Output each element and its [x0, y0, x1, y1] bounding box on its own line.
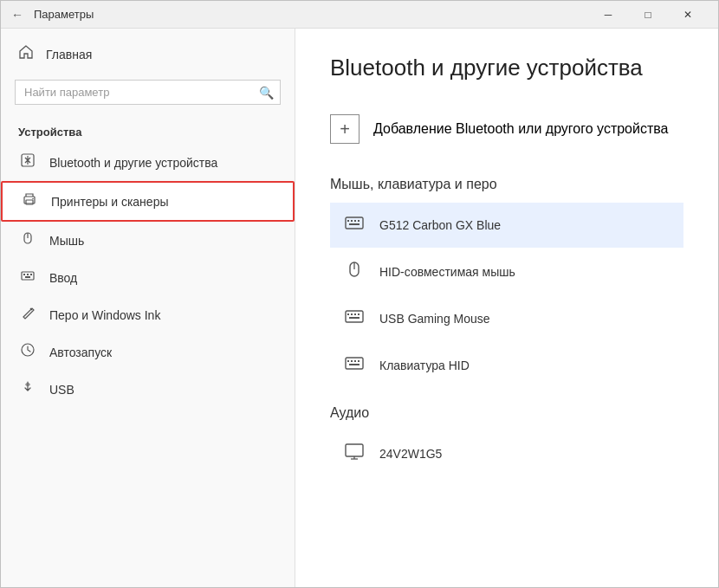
svg-rect-8 — [27, 274, 29, 275]
autorun-icon — [18, 342, 37, 362]
titlebar: ← Параметры ─ □ ✕ — [1, 1, 718, 29]
svg-rect-17 — [358, 220, 360, 222]
add-device-button[interactable]: + Добавление Bluetooth или другого устро… — [330, 106, 683, 152]
mouse-keyboard-section-heading: Мышь, клавиатура и перо — [330, 177, 683, 192]
keyboard-icon — [18, 268, 37, 288]
svg-rect-13 — [346, 217, 363, 229]
page-title: Bluetooth и другие устройства — [330, 55, 683, 81]
device-name-hid-mouse: HID-совместимая мышь — [379, 265, 515, 279]
keyboard-device-icon-2 — [343, 306, 366, 332]
svg-rect-9 — [30, 274, 32, 275]
sidebar-item-bluetooth[interactable]: Bluetooth и другие устройства — [1, 144, 295, 181]
sidebar-item-mouse-label: Мышь — [49, 234, 84, 248]
device-name-monitor: 24V2W1G5 — [379, 447, 442, 461]
search-box: 🔍 — [15, 80, 281, 105]
maximize-button[interactable]: □ — [628, 1, 668, 29]
device-name-usb-mouse: USB Gaming Mouse — [379, 312, 490, 326]
mouse-device-icon — [343, 259, 366, 285]
content-area: Главная 🔍 Устройства Bluetooth и другие … — [1, 29, 718, 587]
svg-rect-28 — [347, 360, 349, 362]
svg-rect-29 — [351, 360, 353, 362]
svg-rect-18 — [349, 223, 360, 225]
svg-rect-10 — [25, 276, 30, 278]
settings-window: ← Параметры ─ □ ✕ Главная 🔍 Устройст — [0, 0, 719, 588]
svg-rect-23 — [351, 313, 353, 315]
add-icon: + — [330, 114, 360, 144]
svg-rect-15 — [351, 220, 353, 222]
device-name-hid-keyboard: Клавиатура HID — [379, 359, 470, 372]
window-controls: ─ □ ✕ — [588, 1, 708, 29]
sidebar-item-usb[interactable]: USB — [1, 371, 295, 408]
pen-icon — [18, 305, 37, 325]
sidebar-item-pen-label: Перо и Windows Ink — [49, 308, 160, 322]
close-button[interactable]: ✕ — [668, 1, 708, 29]
svg-rect-14 — [347, 220, 349, 222]
minimize-button[interactable]: ─ — [588, 1, 628, 29]
main-content: Bluetooth и другие устройства + Добавлен… — [295, 29, 718, 587]
sidebar-item-autorun-label: Автозапуск — [49, 346, 112, 359]
search-icon: 🔍 — [259, 86, 274, 100]
devices-section-label: Устройства — [1, 119, 295, 144]
keyboard-device-icon-3 — [343, 352, 366, 378]
add-device-label: Добавление Bluetooth или другого устройс… — [373, 121, 669, 137]
mouse-icon — [18, 230, 37, 250]
svg-rect-27 — [346, 358, 363, 369]
svg-rect-16 — [354, 220, 356, 222]
sidebar-item-usb-label: USB — [49, 383, 74, 397]
sidebar-item-pen[interactable]: Перо и Windows Ink — [1, 296, 295, 333]
sidebar-item-input[interactable]: Ввод — [1, 259, 295, 296]
sidebar: Главная 🔍 Устройства Bluetooth и другие … — [1, 29, 295, 587]
svg-rect-26 — [349, 317, 360, 319]
search-input[interactable] — [15, 80, 281, 105]
sidebar-item-input-label: Ввод — [49, 271, 77, 285]
svg-rect-24 — [354, 313, 356, 315]
svg-rect-30 — [354, 360, 356, 362]
keyboard-device-icon — [343, 212, 366, 238]
device-item-monitor[interactable]: 24V2W1G5 — [330, 431, 683, 476]
printer-icon — [20, 191, 39, 211]
sidebar-item-printers[interactable]: Принтеры и сканеры — [1, 181, 295, 222]
monitor-icon — [343, 441, 366, 467]
svg-rect-33 — [346, 444, 363, 456]
svg-rect-32 — [349, 364, 360, 365]
svg-rect-7 — [23, 274, 25, 275]
sidebar-item-mouse[interactable]: Мышь — [1, 222, 295, 259]
usb-icon — [18, 379, 37, 399]
sidebar-home[interactable]: Главная — [1, 29, 295, 80]
device-item-usb-mouse[interactable]: USB Gaming Mouse — [330, 296, 683, 341]
sidebar-item-autorun[interactable]: Автозапуск — [1, 333, 295, 371]
svg-point-3 — [32, 198, 34, 200]
device-item-g512[interactable]: G512 Carbon GX Blue — [330, 203, 683, 248]
audio-section-heading: Аудио — [330, 405, 683, 421]
svg-rect-25 — [358, 313, 360, 315]
sidebar-item-printers-label: Принтеры и сканеры — [51, 195, 168, 209]
back-button[interactable]: ← — [11, 8, 23, 22]
window-title: Параметры — [34, 8, 588, 21]
device-item-hid-keyboard[interactable]: Клавиатура HID — [330, 343, 683, 388]
svg-rect-22 — [347, 313, 349, 315]
home-label: Главная — [46, 48, 92, 61]
svg-rect-31 — [358, 360, 360, 362]
home-icon — [18, 44, 34, 64]
bluetooth-icon — [18, 152, 37, 172]
svg-rect-6 — [22, 272, 34, 280]
sidebar-item-bluetooth-label: Bluetooth и другие устройства — [49, 156, 217, 170]
device-name-g512: G512 Carbon GX Blue — [379, 218, 501, 232]
svg-rect-21 — [346, 311, 363, 322]
device-item-hid-mouse[interactable]: HID-совместимая мышь — [330, 249, 683, 294]
